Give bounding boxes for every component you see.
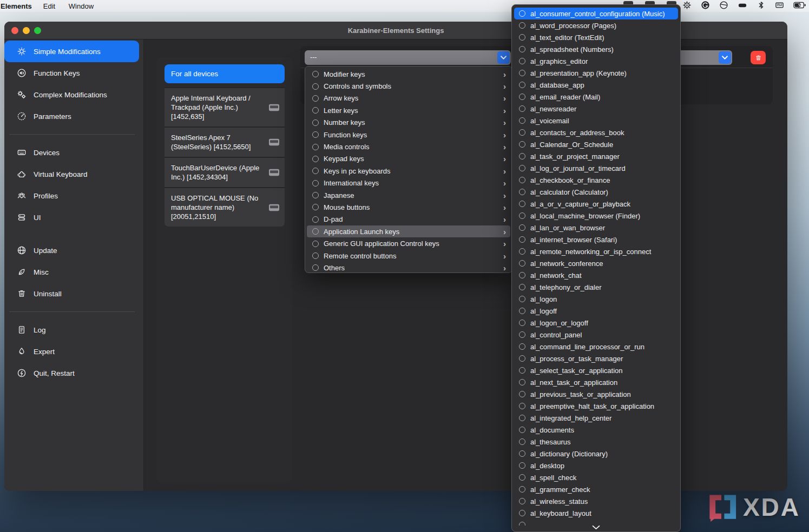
application-launch-menu-item[interactable]: al_wireless_status — [512, 495, 680, 507]
application-launch-menu-item[interactable]: al_presentation_app (Keynote) — [512, 67, 680, 79]
application-launch-menu-item[interactable]: al_network_chat — [512, 269, 680, 281]
sidebar-item[interactable]: Simple Modifications — [4, 41, 139, 62]
key-category-menu-item[interactable]: Letter keys › — [305, 104, 512, 116]
application-launch-menu-item[interactable]: al_remote_networking_or_isp_connect — [512, 245, 680, 257]
focus-circle-icon[interactable] — [719, 1, 728, 11]
key-category-menu-item[interactable]: Generic GUI application Control keys › — [305, 237, 512, 249]
device-list-item[interactable]: For all devices — [165, 64, 285, 83]
application-launch-menu-item[interactable]: al_next_task_or_application — [512, 376, 680, 388]
application-launch-menu-item[interactable]: al_thesaurus — [512, 436, 680, 448]
key-category-menu-item[interactable]: Controls and symbols › — [305, 80, 512, 92]
application-launch-menu-item[interactable]: al_dictionary (Dictionary) — [512, 448, 680, 460]
key-category-menu-item[interactable]: Number keys › — [305, 117, 512, 129]
sidebar-item[interactable]: Quit, Restart — [4, 362, 139, 384]
application-launch-menu-item[interactable]: al_desktop — [512, 460, 680, 471]
application-launch-menu-item[interactable]: al_select_task_or_application — [512, 364, 680, 376]
sidebar-item[interactable]: Expert — [4, 341, 139, 362]
key-category-menu-item[interactable]: Keypad keys › — [305, 153, 512, 165]
application-launch-menu-item[interactable]: al_control_panel — [512, 329, 680, 341]
key-category-menu-item[interactable]: D-pad › — [305, 214, 512, 225]
application-launch-menu-item[interactable]: al_text_editor (TextEdit) — [512, 31, 680, 43]
zoom-button[interactable] — [34, 27, 41, 34]
device-list-item[interactable]: TouchBarUserDevice (Apple Inc.) [1452,34… — [165, 157, 285, 187]
close-button[interactable] — [11, 27, 18, 34]
sidebar-item[interactable]: Virtual Keyboard — [4, 163, 139, 185]
sidebar: Simple Modifications Function Keys Compl… — [4, 39, 144, 491]
steelseries-icon[interactable] — [682, 1, 692, 11]
sidebar-item[interactable]: UI — [4, 207, 139, 228]
minimize-button[interactable] — [23, 27, 30, 34]
application-launch-menu-item[interactable]: al_calculator (Calculator) — [512, 186, 680, 198]
application-launch-menu-item[interactable]: al_preemptive_halt_task_or_application — [512, 400, 680, 412]
input-source-icon[interactable] — [775, 1, 784, 11]
menubar-item[interactable]: Window — [69, 2, 94, 10]
battery-charging-icon[interactable] — [793, 2, 806, 10]
application-launch-menu-item[interactable]: al_contacts_or_address_book — [512, 127, 680, 138]
application-launch-menu-item[interactable]: al_logoff — [512, 305, 680, 317]
application-launch-menu-item[interactable]: al_telephony_or_dialer — [512, 281, 680, 293]
application-launch-menu-item[interactable]: al_database_app — [512, 79, 680, 91]
application-launch-menu-item[interactable]: al_logon_or_logoff — [512, 317, 680, 329]
bluetooth-icon[interactable] — [757, 1, 766, 11]
application-launch-menu-item[interactable]: al_spreadsheet (Numbers) — [512, 43, 680, 55]
sidebar-item[interactable]: Misc — [4, 261, 139, 283]
device-list-item[interactable]: USB OPTICAL MOUSE (No manufacturer name)… — [165, 187, 285, 227]
key-category-menu-item[interactable]: Function keys › — [305, 129, 512, 141]
sidebar-item-icon — [17, 111, 27, 121]
device-list-item[interactable]: Apple Internal Keyboard / Trackpad (Appl… — [165, 87, 285, 127]
key-category-menu-item[interactable]: Application Launch keys › — [307, 225, 510, 237]
delete-modification-button[interactable] — [751, 51, 766, 64]
application-launch-menu-item[interactable]: al_keyboard_layout — [512, 507, 680, 519]
key-category-menu-item[interactable]: Remote control buttons › — [305, 250, 512, 262]
pill-icon[interactable] — [738, 1, 747, 11]
application-launch-menu-item[interactable]: al_a_or_v_capture_or_playback — [512, 198, 680, 210]
radio-icon — [519, 46, 525, 52]
application-launch-menu-item[interactable]: al_word_processor (Pages) — [512, 19, 680, 31]
application-launch-menu-item[interactable]: al_voicemail — [512, 115, 680, 127]
application-launch-menu-item[interactable]: al_graphics_editor — [512, 55, 680, 67]
sidebar-item[interactable]: Log — [4, 319, 139, 341]
chevron-down-icon[interactable] — [719, 51, 731, 64]
application-launch-menu-item[interactable]: al_consumer_control_configuration (Music… — [514, 8, 678, 19]
sidebar-item[interactable]: Profiles — [4, 185, 139, 207]
application-launch-menu-item[interactable]: al_integrated_help_center — [512, 412, 680, 424]
sidebar-item[interactable]: Function Keys — [4, 62, 139, 84]
application-launch-menu-item[interactable]: al_documents — [512, 424, 680, 436]
from-key-select[interactable]: --- — [305, 50, 511, 65]
application-launch-menu-item[interactable]: al_checkbook_or_finance — [512, 174, 680, 186]
grammarly-icon[interactable] — [701, 1, 710, 11]
application-launch-menu-item[interactable]: al_previous_task_or_application — [512, 388, 680, 400]
key-category-menu-item[interactable]: Others › — [305, 262, 512, 274]
key-category-menu-item[interactable]: Japanese › — [305, 189, 512, 201]
sidebar-item[interactable]: Devices — [4, 142, 139, 163]
application-launch-menu-item[interactable]: al_process_or_task_manager — [512, 353, 680, 364]
application-launch-menu-item[interactable]: al_newsreader — [512, 103, 680, 115]
device-list-item[interactable]: SteelSeries Apex 7 (SteelSeries) [4152,5… — [165, 127, 285, 157]
application-launch-menu-item[interactable]: al_grammer_check — [512, 483, 680, 495]
key-category-menu-item[interactable]: Mouse buttons › — [305, 201, 512, 213]
menubar-app-menu[interactable]: Elements — [1, 2, 32, 10]
sidebar-item[interactable]: Uninstall — [4, 283, 139, 304]
sidebar-item[interactable]: Complex Modifications — [4, 84, 139, 105]
application-launch-menu-item[interactable]: al_network_conference — [512, 257, 680, 269]
application-launch-menu-item[interactable]: al_lan_or_wan_browser — [512, 222, 680, 234]
application-launch-menu-item[interactable]: al_task_or_project_manager — [512, 150, 680, 162]
application-launch-menu-item[interactable]: al_logon — [512, 293, 680, 305]
key-category-menu-item[interactable]: Arrow keys › — [305, 92, 512, 104]
chevron-down-icon[interactable] — [497, 51, 510, 64]
key-category-menu-item[interactable]: Keys in pc keyboards › — [305, 165, 512, 177]
scroll-down-chevron-icon[interactable] — [512, 525, 680, 530]
sidebar-item[interactable]: Update — [4, 240, 139, 261]
menubar-item[interactable]: Edit — [43, 2, 57, 10]
key-category-menu-item[interactable]: International keys › — [305, 177, 512, 189]
application-launch-menu-item[interactable]: al_spell_check — [512, 471, 680, 483]
application-launch-menu-item[interactable]: al_Calendar_Or_Schedule — [512, 138, 680, 150]
application-launch-menu-item[interactable]: al_log_or_journal_or_timecard — [512, 162, 680, 174]
key-category-menu-item[interactable]: Modifier keys › — [305, 68, 512, 80]
application-launch-menu-item[interactable]: al_internet_browser (Safari) — [512, 234, 680, 245]
key-category-menu-item[interactable]: Media controls › — [305, 141, 512, 152]
sidebar-item[interactable]: Parameters — [4, 105, 139, 127]
application-launch-menu-item[interactable]: al_email_reader (Mail) — [512, 91, 680, 103]
application-launch-menu-item[interactable]: al_local_machine_browser (Finder) — [512, 210, 680, 222]
application-launch-menu-item[interactable]: al_command_line_processor_or_run — [512, 341, 680, 353]
